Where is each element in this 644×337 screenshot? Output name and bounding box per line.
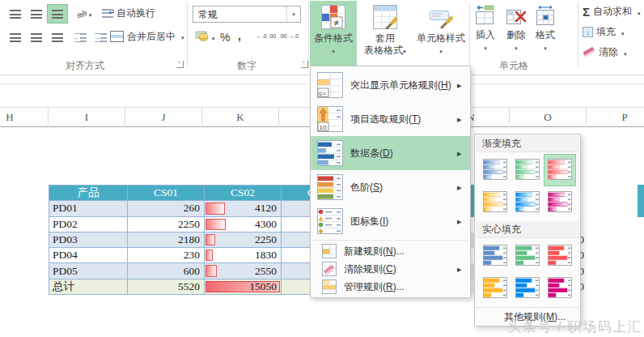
- cell-cs01[interactable]: 230: [128, 248, 205, 263]
- swatch-solid-orange[interactable]: [479, 272, 511, 305]
- cell-cs02[interactable]: 1830: [205, 248, 282, 263]
- svg-text:10: 10: [320, 124, 327, 131]
- clear-button[interactable]: 清除: [583, 45, 627, 59]
- chevron-down-icon: [544, 41, 547, 53]
- sigma-icon: Σ: [583, 6, 590, 18]
- cell-cs02[interactable]: 2550: [205, 263, 282, 279]
- menu-item-data-bars[interactable]: 数据条(D): [311, 136, 470, 170]
- cell-value: 2250: [255, 233, 277, 246]
- menu-item-manage-rules[interactable]: 管理规则(R)...: [311, 278, 470, 296]
- number-format-combobox[interactable]: 常规: [193, 6, 301, 23]
- format-as-table-label-1: 套用: [375, 32, 395, 44]
- format-label: 格式: [536, 29, 555, 41]
- swatch-gradient-red[interactable]: [544, 154, 576, 186]
- submenu-arrow-icon: [457, 113, 467, 125]
- cell-cs02[interactable]: 4120: [205, 201, 282, 216]
- data-bar: [205, 219, 226, 230]
- column-header-H[interactable]: H: [0, 108, 49, 127]
- swatch-solid-purple[interactable]: [544, 272, 576, 305]
- swatch-solid-green[interactable]: [511, 240, 544, 272]
- align-top-button[interactable]: [5, 4, 26, 23]
- gradient-red-data-bar-icon: [548, 159, 572, 182]
- wrap-text-button[interactable]: 自动换行: [102, 4, 155, 22]
- chevron-down-icon: [515, 41, 518, 53]
- align-top-icon: [10, 10, 21, 19]
- insert-label: 插入: [476, 29, 495, 41]
- gradient-orange-data-bar-icon: [483, 191, 507, 215]
- swatch-solid-blue[interactable]: [479, 240, 511, 272]
- format-as-table-button[interactable]: 套用 表格格式: [358, 1, 412, 72]
- menu-item-icon-sets[interactable]: 图标集(I): [311, 204, 470, 238]
- conditional-formatting-icon: ≠: [321, 5, 345, 32]
- align-left-button[interactable]: [5, 28, 26, 47]
- column-header-K[interactable]: K: [202, 108, 279, 127]
- swatch-gradient-blue[interactable]: [479, 154, 511, 186]
- swatch-gradient-purple[interactable]: [544, 186, 576, 219]
- column-header-J[interactable]: J: [125, 108, 202, 127]
- align-bottom-button[interactable]: [47, 4, 68, 23]
- table-header-CS02[interactable]: CS02: [205, 186, 282, 201]
- orientation-button[interactable]: ab: [70, 4, 99, 23]
- solid-purple-data-bar-icon: [548, 277, 572, 301]
- align-right-button[interactable]: [47, 28, 68, 47]
- menu-item-new-rule[interactable]: 新建规则(N)...: [311, 242, 470, 260]
- decrease-decimal-button[interactable]: .00 →.0: [278, 28, 299, 45]
- delete-cells-icon: [506, 5, 527, 28]
- menu-item-clear-rules[interactable]: 清除规则(C): [311, 260, 470, 278]
- fill-button[interactable]: ↓ 填充: [583, 25, 625, 39]
- decrease-indent-button[interactable]: [70, 28, 91, 47]
- menu-item-top-bottom[interactable]: 10项目选取规则(T): [311, 102, 470, 136]
- swatch-gradient-orange[interactable]: [479, 186, 511, 219]
- autosum-button[interactable]: Σ 自动求和: [583, 5, 641, 19]
- column-header-P[interactable]: P: [587, 108, 644, 127]
- swatch-solid-light-blue[interactable]: [511, 272, 544, 305]
- percent-style-button[interactable]: %: [220, 31, 230, 44]
- cell-product[interactable]: PD04: [49, 248, 128, 263]
- increase-decimal-button[interactable]: ←.0 .00: [256, 28, 277, 45]
- accounting-format-button[interactable]: [193, 28, 217, 47]
- cell-product[interactable]: 总计: [49, 279, 128, 295]
- cell-cs01[interactable]: 5520: [128, 279, 205, 295]
- cell-product[interactable]: PD02: [49, 217, 128, 232]
- cell-cs01[interactable]: 260: [128, 201, 205, 216]
- conditional-formatting-label: 条件格式: [314, 32, 353, 44]
- table-header-产品[interactable]: 产品: [49, 186, 128, 201]
- alignment-dialog-launcher[interactable]: [176, 61, 184, 68]
- wrap-text-label: 自动换行: [117, 6, 155, 20]
- swatch-grid-gradient: [475, 152, 580, 220]
- menu-item-label: 新建规则(N)...: [340, 245, 457, 258]
- gradient-green-data-bar-icon: [515, 159, 540, 182]
- cell-cs01[interactable]: 2250: [128, 217, 205, 232]
- conditional-formatting-button[interactable]: ≠ 条件格式: [310, 1, 357, 72]
- menu-item-color-scales[interactable]: 色阶(S): [311, 170, 470, 204]
- merge-center-button[interactable]: 合并后居中: [110, 28, 184, 45]
- cell-product[interactable]: PD01: [49, 201, 128, 216]
- cell-styles-button[interactable]: 单元格样式: [413, 1, 468, 72]
- align-center-button[interactable]: [26, 28, 47, 47]
- cell-product[interactable]: PD05: [49, 263, 128, 279]
- menu-item-label: 突出显示单元格规则(H): [346, 79, 457, 92]
- cell-cs01[interactable]: 600: [128, 263, 205, 279]
- swatch-solid-red[interactable]: [544, 240, 576, 272]
- swatch-gradient-green[interactable]: [511, 154, 544, 186]
- alignment-group-label: 对齐方式: [44, 59, 125, 73]
- column-header-O[interactable]: O: [510, 108, 587, 127]
- number-dialog-launcher[interactable]: [301, 61, 308, 68]
- column-header-I[interactable]: I: [49, 108, 125, 127]
- table-header-CS01[interactable]: CS01: [128, 186, 205, 201]
- comma-style-button[interactable]: ,: [238, 29, 241, 42]
- align-middle-button[interactable]: [26, 4, 47, 23]
- cell-cs02[interactable]: 2250: [205, 232, 282, 248]
- menu-item-highlight-cells[interactable]: ≤>突出显示单元格规则(H): [311, 68, 470, 102]
- chevron-down-icon: [484, 41, 487, 53]
- ribbon: ab 自动换行 合并后居中 对齐方式 常规 % , ←.0 .00 .00 →.…: [0, 0, 644, 75]
- increase-indent-button[interactable]: [90, 28, 111, 47]
- cell-cs02[interactable]: 15050: [205, 279, 282, 295]
- cell-cs01[interactable]: 2180: [128, 232, 205, 248]
- swatch-gradient-light-blue[interactable]: [511, 186, 544, 219]
- color-scales-icon: [314, 174, 346, 200]
- cell-cs02[interactable]: 4300: [205, 217, 282, 232]
- cell-product[interactable]: PD03: [49, 232, 128, 248]
- table-fragment: [638, 185, 644, 217]
- swatch-grid-solid: [475, 238, 580, 306]
